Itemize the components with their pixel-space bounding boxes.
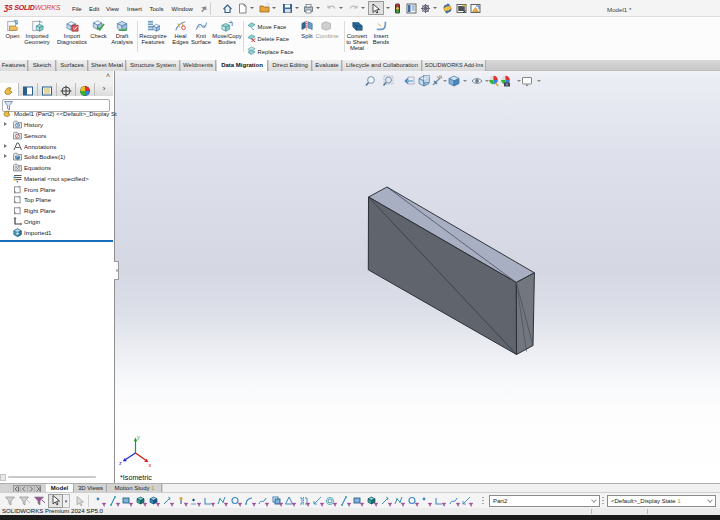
svg-text:x: x <box>149 462 152 468</box>
svg-text:*Isometric: *Isometric <box>120 473 152 482</box>
svg-text:z: z <box>119 460 122 466</box>
svg-text:y: y <box>137 434 140 440</box>
